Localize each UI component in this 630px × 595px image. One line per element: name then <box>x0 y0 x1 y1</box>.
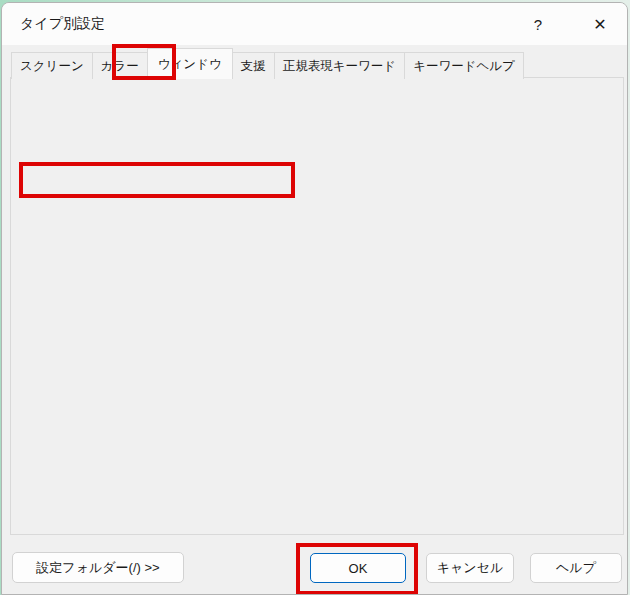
help-icon[interactable]: ? <box>516 3 560 45</box>
tab-screen[interactable]: スクリーン <box>11 52 93 79</box>
tab-page <box>10 77 624 535</box>
ok-button[interactable]: OK <box>310 553 406 583</box>
tab-regex-keyword[interactable]: 正規表現キーワード <box>274 52 405 79</box>
tab-window[interactable]: ウィンドウ <box>147 48 233 79</box>
type-settings-dialog: タイプ別設定 ? ✕ スクリーン カラー ウィンドウ 支援 正規表現キーワード … <box>1 2 628 595</box>
help-button[interactable]: ヘルプ <box>530 553 622 583</box>
tab-bar: スクリーン カラー ウィンドウ 支援 正規表現キーワード キーワードヘルプ <box>12 49 524 79</box>
tab-keyword-help[interactable]: キーワードヘルプ <box>404 52 524 79</box>
title-bar: タイプ別設定 ? ✕ <box>2 3 627 45</box>
settings-folder-button[interactable]: 設定フォルダー(/) >> <box>12 552 184 583</box>
cancel-button[interactable]: キャンセル <box>426 553 514 583</box>
close-icon[interactable]: ✕ <box>578 3 622 45</box>
tab-support[interactable]: 支援 <box>232 52 275 79</box>
tab-color[interactable]: カラー <box>92 52 148 79</box>
dialog-title: タイプ別設定 <box>20 3 105 45</box>
